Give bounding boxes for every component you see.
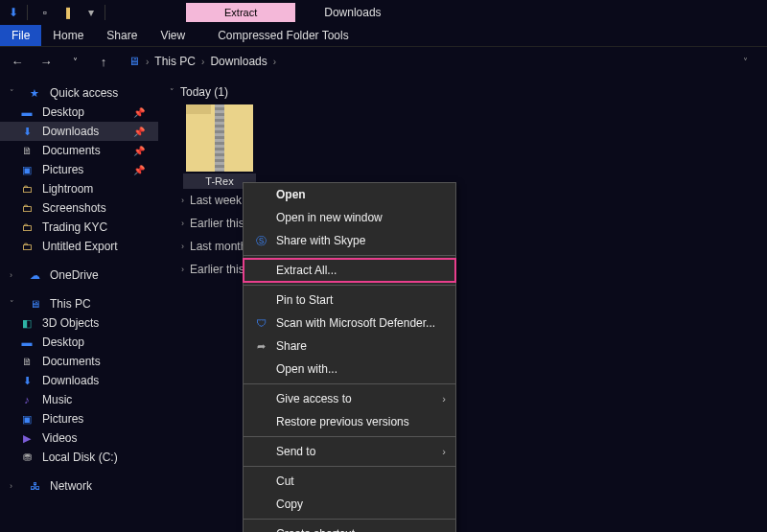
breadcrumb-downloads[interactable]: Downloads [210, 55, 267, 68]
pictures-icon: ▣ [19, 163, 35, 176]
sidebar-thispc[interactable]: ˅🖥This PC [0, 294, 158, 313]
shield-icon: 🛡 [251, 315, 270, 331]
tab-view[interactable]: View [149, 25, 197, 46]
ctx-cut[interactable]: Cut [244, 470, 455, 493]
share-icon: ➦ [251, 338, 270, 354]
blank-icon [251, 210, 270, 225]
chevron-right-icon: › [10, 270, 19, 280]
ctx-share[interactable]: ➦Share [244, 335, 455, 358]
sidebar-item-screenshots[interactable]: 🗀Screenshots [0, 198, 158, 218]
separator [244, 519, 455, 520]
blank-icon [251, 526, 270, 532]
breadcrumb-expand[interactable]: ˅ [743, 57, 754, 67]
separator [244, 466, 455, 467]
ctx-label: Create shortcut [276, 527, 355, 532]
ctx-label: Pin to Start [276, 293, 333, 307]
folder-icon: 🗀 [19, 240, 35, 253]
navigation-bar: ← → ˅ ↑ 🖥 › This PC › Downloads › ˅ [0, 47, 767, 76]
ctx-extract-all[interactable]: Extract All... [244, 259, 455, 282]
app-icon: ⬇ [4, 3, 23, 22]
ctx-label: Extract All... [276, 264, 337, 277]
ctx-restore[interactable]: Restore previous versions [244, 410, 455, 433]
separator [244, 383, 455, 384]
breadcrumb-thispc[interactable]: This PC [154, 55, 196, 68]
desktop-icon: ▬ [19, 105, 35, 119]
sidebar-item-pictures2[interactable]: ▣Pictures [0, 409, 158, 428]
ctx-label: Open in new window [276, 211, 383, 224]
chevron-right-icon: › [442, 446, 446, 457]
chevron-down-icon: ˅ [10, 88, 19, 98]
sidebar-item-lightroom[interactable]: 🗀Lightroom [0, 179, 158, 198]
chevron-right-icon: › [181, 196, 184, 205]
chevron-down-icon: ˅ [170, 87, 174, 97]
ctx-label: Restore previous versions [276, 415, 409, 428]
sidebar-item-desktop2[interactable]: ▬Desktop [0, 333, 158, 352]
tab-share[interactable]: Share [95, 25, 149, 46]
sidebar-item-pictures[interactable]: ▣Pictures📌 [0, 160, 158, 179]
pc-icon: 🖥 [27, 297, 42, 311]
breadcrumb[interactable]: 🖥 › This PC › Downloads › ˅ [123, 53, 759, 70]
sidebar-item-label: Network [50, 479, 92, 493]
sidebar-item-3dobjects[interactable]: ◧3D Objects [0, 313, 158, 333]
sidebar-item-desktop[interactable]: ▬Desktop📌 [0, 103, 158, 122]
separator [244, 285, 455, 286]
ctx-label: Open [276, 188, 306, 201]
sidebar-item-downloads2[interactable]: ⬇Downloads [0, 371, 158, 390]
sidebar-item-label: Screenshots [42, 201, 106, 215]
sidebar-item-label: Music [42, 393, 72, 406]
ctx-open[interactable]: Open [244, 183, 455, 206]
up-button[interactable]: ↑ [94, 55, 113, 69]
ctx-label: Give access to [276, 392, 352, 405]
qat-folder-icon[interactable]: ❚ [58, 3, 78, 22]
forward-button[interactable]: → [36, 55, 56, 69]
qat-doc-icon[interactable]: ▫ [35, 3, 55, 22]
pictures-icon: ▣ [19, 412, 35, 426]
chevron-right-icon: › [181, 265, 184, 274]
recent-dropdown[interactable]: ˅ [65, 57, 84, 67]
ctx-label: Copy [276, 497, 303, 511]
network-icon: 🖧 [27, 479, 42, 493]
sidebar-item-label: Quick access [50, 86, 118, 100]
tab-compressed-tools[interactable]: Compressed Folder Tools [206, 25, 360, 46]
tab-file[interactable]: File [0, 25, 41, 46]
blank-icon [251, 292, 270, 308]
file-trex[interactable]: T-Rex [183, 104, 256, 189]
sidebar-item-untitled[interactable]: 🗀Untitled Export [0, 237, 158, 256]
sidebar-onedrive[interactable]: ›☁OneDrive [0, 266, 158, 285]
ctx-send-to[interactable]: Send to› [244, 440, 455, 463]
blank-icon [251, 187, 270, 202]
ctx-give-access[interactable]: Give access to› [244, 387, 455, 410]
sidebar-item-downloads[interactable]: ⬇Downloads📌 [0, 122, 158, 141]
group-today[interactable]: ˅Today (1) [168, 83, 767, 104]
ctx-open-new-window[interactable]: Open in new window [244, 206, 455, 229]
sidebar-item-trading[interactable]: 🗀Trading KYC [0, 218, 158, 237]
ctx-shortcut[interactable]: Create shortcut [244, 522, 455, 532]
ctx-defender[interactable]: 🛡Scan with Microsoft Defender... [244, 312, 455, 335]
ctx-copy[interactable]: Copy [244, 493, 455, 516]
folder-icon: 🗀 [19, 220, 35, 234]
ctx-skype[interactable]: ⓈShare with Skype [244, 229, 455, 252]
contextual-tab-extract[interactable]: Extract [186, 3, 295, 22]
pin-icon: 📌 [133, 107, 152, 118]
blank-icon [251, 474, 270, 489]
chevron-right-icon: › [181, 219, 184, 228]
sidebar-item-label: Documents [42, 144, 101, 157]
sidebar-network[interactable]: ›🖧Network [0, 476, 158, 496]
sidebar-item-localdisk[interactable]: ⛃Local Disk (C:) [0, 448, 158, 467]
separator [244, 436, 455, 437]
sidebar-item-documents2[interactable]: 🗎Documents [0, 352, 158, 371]
chevron-right-icon: › [181, 242, 184, 251]
sidebar-item-documents[interactable]: 🗎Documents📌 [0, 141, 158, 160]
star-icon: ★ [27, 86, 42, 100]
drive-icon: ⛃ [19, 451, 35, 464]
sidebar-item-videos[interactable]: ▶Videos [0, 428, 158, 448]
ctx-pin-start[interactable]: Pin to Start [244, 289, 455, 312]
sidebar-quick-access[interactable]: ˅★Quick access [0, 83, 158, 103]
sidebar-item-music[interactable]: ♪Music [0, 390, 158, 409]
back-button[interactable]: ← [8, 55, 27, 69]
ctx-label: Send to [276, 445, 315, 458]
qat-dropdown-icon[interactable]: ▾ [81, 3, 101, 22]
music-icon: ♪ [19, 393, 35, 406]
ctx-open-with[interactable]: Open with... [244, 358, 455, 381]
tab-home[interactable]: Home [41, 25, 95, 46]
